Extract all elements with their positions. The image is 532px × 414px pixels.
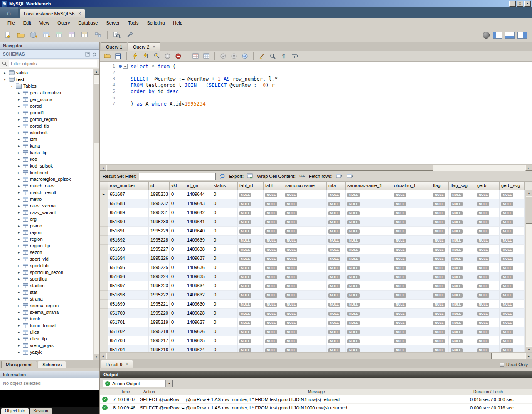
cell-mfa[interactable]: NULL bbox=[327, 236, 346, 245]
cell-flag-svg[interactable]: NULL bbox=[449, 217, 475, 227]
close-button[interactable]: × bbox=[524, 1, 531, 7]
tree-scrollbar[interactable]: ▲ ▼ bbox=[93, 69, 99, 360]
cell-flag-svg[interactable]: NULL bbox=[449, 309, 475, 318]
editor-scrollbar-thumb[interactable] bbox=[106, 165, 433, 171]
cell-gerb-svg[interactable]: NULL bbox=[500, 227, 525, 236]
column-header-tabl[interactable]: tabl bbox=[264, 182, 283, 190]
cell-mfa[interactable]: NULL bbox=[327, 300, 346, 309]
cell-tabl[interactable]: NULL bbox=[264, 327, 283, 336]
cell-mfa[interactable]: NULL bbox=[327, 254, 346, 263]
cell-gerb[interactable]: NULL bbox=[475, 318, 500, 327]
result-grid-body[interactable]: ►6516871995233014096440NULLNULLNULLNULLN… bbox=[100, 190, 525, 352]
tree-item-turnir-format[interactable]: ►turnir_format bbox=[0, 322, 93, 329]
cell-id-gn[interactable]: 1409637 bbox=[185, 254, 212, 263]
cell-oficialno-1[interactable]: NULL bbox=[392, 309, 431, 318]
tree-item-sportclub-sezon[interactable]: ►sportclub_sezon bbox=[0, 269, 93, 276]
cell-mfa[interactable]: NULL bbox=[327, 309, 346, 318]
limit-rows-icon[interactable] bbox=[191, 52, 200, 60]
autocommit-icon[interactable] bbox=[241, 52, 249, 60]
cell-tabl[interactable]: NULL bbox=[264, 300, 283, 309]
cell-row-number[interactable]: 651703 bbox=[108, 336, 149, 345]
cell-gerb-svg[interactable]: NULL bbox=[500, 300, 525, 309]
tab-management[interactable]: Management bbox=[1, 361, 37, 368]
cell-id-gn[interactable]: 1409626 bbox=[185, 327, 212, 336]
tree-item-geo-alternativa[interactable]: ►geo_alternativa bbox=[0, 89, 93, 96]
cell-row-number[interactable]: 651692 bbox=[108, 236, 149, 245]
cell-status[interactable]: 0 bbox=[212, 263, 238, 272]
wrap-text-icon[interactable] bbox=[290, 52, 298, 60]
cell-mfa[interactable]: NULL bbox=[327, 217, 346, 227]
collapse-arrow-icon[interactable]: ▼ bbox=[10, 85, 14, 88]
cell-tabl[interactable]: NULL bbox=[264, 236, 283, 245]
fetch-next-icon[interactable] bbox=[346, 172, 354, 180]
cell-flag[interactable]: NULL bbox=[431, 336, 449, 345]
expand-arrow-icon[interactable]: ► bbox=[17, 138, 21, 141]
cell-flag[interactable]: NULL bbox=[431, 272, 449, 281]
cell-mfa[interactable]: NULL bbox=[327, 291, 346, 300]
cell-tabl[interactable]: NULL bbox=[264, 318, 283, 327]
cell-row-number[interactable]: 651699 bbox=[108, 300, 149, 309]
tree-item-stat[interactable]: ►stat bbox=[0, 289, 93, 296]
tree-scrollbar-thumb[interactable] bbox=[94, 83, 99, 143]
cell-oficialno-1[interactable]: NULL bbox=[392, 236, 431, 245]
expand-arrow-icon[interactable]: ► bbox=[17, 258, 21, 261]
expand-arrow-icon[interactable]: ► bbox=[17, 105, 21, 108]
expand-arrow-icon[interactable]: ► bbox=[17, 231, 21, 234]
connection-tab[interactable]: Local instance MySQL56 × bbox=[20, 9, 85, 18]
result-tab[interactable]: Result 9 × bbox=[101, 360, 133, 368]
cell-id[interactable]: 1995216 bbox=[149, 345, 170, 352]
cell-oficialno-1[interactable]: NULL bbox=[392, 227, 431, 236]
cell-vkl[interactable]: 0 bbox=[170, 272, 185, 281]
cell-samonazvanie[interactable]: NULL bbox=[283, 281, 327, 291]
cell-flag[interactable]: NULL bbox=[431, 236, 449, 245]
connection-status-icon[interactable] bbox=[483, 32, 490, 39]
cell-oficialno-1[interactable]: NULL bbox=[392, 208, 431, 217]
cell-oficialno-1[interactable]: NULL bbox=[392, 327, 431, 336]
tree-item-istochnik[interactable]: ►istochnik bbox=[0, 129, 93, 136]
expand-arrow-icon[interactable]: ► bbox=[2, 71, 7, 74]
cell-gerb[interactable]: NULL bbox=[475, 208, 500, 217]
tree-item-test[interactable]: ▼test bbox=[0, 76, 93, 83]
execute-icon[interactable] bbox=[131, 52, 139, 60]
scroll-up-icon[interactable]: ▲ bbox=[94, 69, 99, 75]
tree-item-geo-istoria[interactable]: ►geo_istoria bbox=[0, 96, 93, 103]
cell-tabl-id[interactable]: NULL bbox=[238, 236, 264, 245]
refresh-icon[interactable] bbox=[218, 172, 227, 180]
title-bar[interactable]: MySQL Workbench _ □ × bbox=[0, 0, 532, 7]
cell-flag[interactable]: NULL bbox=[431, 327, 449, 336]
expand-arrow-icon[interactable]: ► bbox=[17, 158, 21, 161]
cell-status[interactable]: 0 bbox=[212, 336, 238, 345]
cell-row-number[interactable]: 651690 bbox=[108, 217, 149, 227]
cell-flag[interactable]: NULL bbox=[431, 345, 449, 352]
expand-arrow-icon[interactable]: ► bbox=[17, 118, 21, 121]
cell-tabl-id[interactable]: NULL bbox=[238, 199, 264, 208]
cell-row-number[interactable]: 651701 bbox=[108, 318, 149, 327]
cell-id-gn[interactable]: 1409630 bbox=[185, 300, 212, 309]
cell-id[interactable]: 1995219 bbox=[149, 318, 170, 327]
cell-flag[interactable]: NULL bbox=[431, 263, 449, 272]
scroll-right-icon[interactable]: ► bbox=[525, 165, 532, 171]
expand-arrow-icon[interactable]: ► bbox=[17, 351, 21, 354]
cell-id[interactable]: 1995230 bbox=[149, 217, 170, 227]
cell-flag[interactable]: NULL bbox=[431, 291, 449, 300]
expand-arrow-icon[interactable]: ► bbox=[17, 198, 21, 201]
tree-item-sxema-region[interactable]: ►sxema_region bbox=[0, 302, 93, 309]
output-col-message[interactable]: Message bbox=[306, 389, 472, 395]
editor-horizontal-scrollbar[interactable]: ◄ ► bbox=[100, 164, 532, 171]
cell-flag[interactable]: NULL bbox=[431, 199, 449, 208]
tree-item-sxema-strana[interactable]: ►sxema_strana bbox=[0, 309, 93, 315]
row-selector[interactable] bbox=[100, 227, 108, 236]
cell-gerb[interactable]: NULL bbox=[475, 300, 500, 309]
cell-flag[interactable]: NULL bbox=[431, 318, 449, 327]
expand-arrow-icon[interactable]: ► bbox=[17, 131, 21, 134]
cell-flag-svg[interactable]: NULL bbox=[449, 336, 475, 345]
cell-tabl[interactable]: NULL bbox=[264, 281, 283, 291]
cell-oficialno-1[interactable]: NULL bbox=[392, 291, 431, 300]
export-recordset-icon[interactable] bbox=[202, 52, 210, 60]
execute-current-icon[interactable] bbox=[142, 52, 150, 60]
tree-item-rayon[interactable]: ►rayon bbox=[0, 229, 93, 236]
query-tab-query-1[interactable]: Query 1 bbox=[101, 42, 127, 51]
expand-arrow-icon[interactable]: ► bbox=[17, 244, 21, 247]
tree-item-gorod[interactable]: ►gorod bbox=[0, 103, 93, 109]
cell-flag-svg[interactable]: NULL bbox=[449, 300, 475, 309]
